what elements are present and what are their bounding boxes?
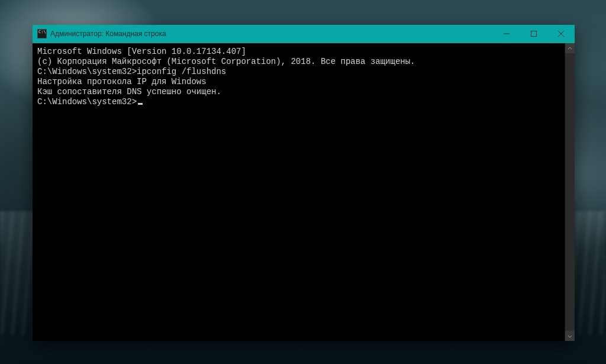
terminal-line: C:\Windows\system32> [37,97,560,107]
minimize-icon [504,31,510,37]
close-button[interactable] [547,25,575,43]
terminal-line: Кэш сопоставителя DNS успешно очищен. [37,87,560,97]
terminal-output[interactable]: Microsoft Windows [Version 10.0.17134.40… [33,43,565,341]
scroll-down-button[interactable] [565,331,575,341]
terminal-line: (c) Корпорация Майкрософт (Microsoft Cor… [37,57,560,67]
client-area: Microsoft Windows [Version 10.0.17134.40… [33,43,575,341]
scroll-up-button[interactable] [565,43,575,53]
maximize-button[interactable] [520,25,547,43]
minimize-button[interactable] [493,25,520,43]
cmd-window: Администратор: Командная строка Microsof… [33,25,575,341]
chevron-up-icon [568,46,572,51]
terminal-line: C:\Windows\system32>ipconfig /flushdns [37,67,560,77]
window-title: Администратор: Командная строка [50,30,166,38]
maximize-icon [531,31,537,37]
chevron-down-icon [568,334,572,339]
title-bar[interactable]: Администратор: Командная строка [33,25,575,43]
terminal-cursor [138,103,143,105]
svg-rect-0 [531,31,537,37]
desktop-background: Администратор: Командная строка Microsof… [0,0,606,364]
vertical-scrollbar[interactable] [565,43,575,341]
close-icon [558,31,564,37]
cmd-icon [37,29,47,38]
terminal-line: Microsoft Windows [Version 10.0.17134.40… [37,47,560,57]
terminal-line: Настройка протокола IP для Windows [37,77,560,87]
